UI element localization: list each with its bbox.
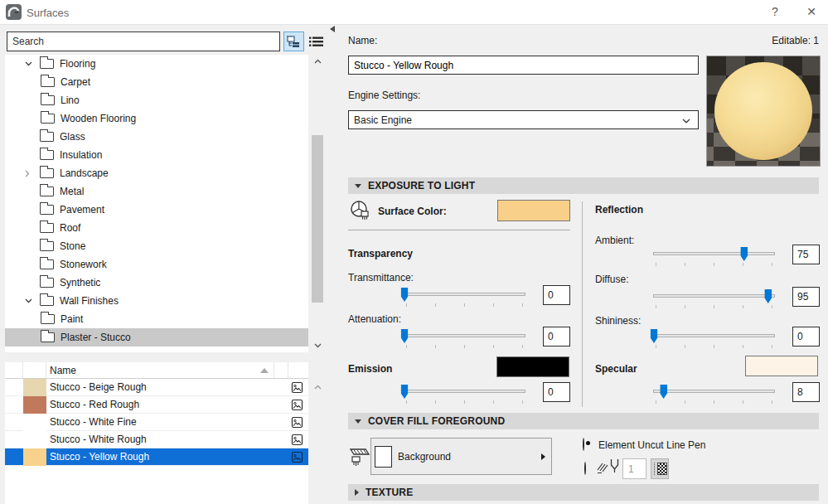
pen-nib-icon bbox=[609, 458, 620, 476]
texture-icon bbox=[291, 416, 303, 429]
tree-item-label: Paint bbox=[61, 313, 83, 325]
pen-set-button[interactable] bbox=[651, 458, 669, 479]
scroll-up-icon[interactable] bbox=[310, 380, 325, 394]
close-button[interactable]: ✕ bbox=[801, 5, 822, 20]
texture-icon bbox=[291, 451, 303, 463]
tree-item-label: Insulation bbox=[60, 149, 102, 161]
list-item[interactable]: Stucco - White Rough bbox=[5, 431, 308, 448]
slider-thumb[interactable] bbox=[740, 247, 748, 261]
tree-item-landscape[interactable]: Landscape bbox=[5, 164, 308, 182]
custom-pen-radio[interactable] bbox=[584, 462, 586, 475]
list-header[interactable]: Name bbox=[5, 362, 308, 379]
shininess-value[interactable] bbox=[792, 327, 820, 346]
folder-icon bbox=[41, 114, 55, 124]
pen-number-input[interactable] bbox=[622, 458, 646, 479]
attenuation-value[interactable] bbox=[543, 327, 570, 346]
ambient-value[interactable] bbox=[792, 245, 820, 264]
diffuse-slider[interactable] bbox=[653, 287, 775, 308]
surface-color-swatch[interactable] bbox=[497, 200, 570, 221]
surface-name-input[interactable] bbox=[348, 56, 699, 75]
tree-item-carpet[interactable]: Carpet bbox=[5, 73, 308, 91]
scroll-up-icon[interactable] bbox=[310, 55, 325, 68]
tree-item-synthetic[interactable]: Synthetic bbox=[5, 274, 308, 292]
shininess-control bbox=[653, 327, 820, 348]
surface-name: Stucco - White Rough bbox=[46, 434, 291, 445]
folder-icon bbox=[40, 59, 54, 69]
diffuse-value[interactable] bbox=[792, 287, 820, 307]
list-col-spacer bbox=[5, 362, 23, 378]
specular-slider[interactable] bbox=[653, 382, 775, 404]
tree-item-label: Stonework bbox=[60, 259, 107, 270]
tree-item-roof[interactable]: Roof bbox=[5, 219, 308, 237]
surface-name: Stucco - Yellow Rough bbox=[46, 451, 291, 463]
specular-color-swatch[interactable] bbox=[745, 356, 818, 376]
slider-thumb[interactable] bbox=[401, 288, 409, 302]
slider-thumb[interactable] bbox=[401, 385, 409, 399]
divider bbox=[582, 201, 583, 407]
specular-control bbox=[653, 382, 820, 404]
tree-item-metal[interactable]: Metal bbox=[5, 182, 308, 201]
tree-item-flooring[interactable]: Flooring bbox=[5, 55, 308, 73]
section-cover-fill-foreground[interactable]: COVER FILL FOREGROUND bbox=[348, 413, 819, 429]
panel-collapse-icon[interactable] bbox=[330, 26, 335, 32]
folder-icon bbox=[40, 241, 54, 251]
tree-item-label: Pavement bbox=[60, 204, 104, 216]
tree-item-insulation[interactable]: Insulation bbox=[5, 146, 308, 164]
shininess-slider[interactable] bbox=[653, 327, 775, 348]
engine-select[interactable]: Basic Engine bbox=[348, 110, 699, 129]
tree-item-pavement[interactable]: Pavement bbox=[5, 201, 308, 219]
help-button[interactable]: ? bbox=[764, 5, 786, 20]
emission-slider[interactable] bbox=[404, 382, 525, 404]
list-col-name[interactable]: Name bbox=[46, 362, 274, 378]
list-item[interactable]: Stucco - Beige Rough bbox=[5, 379, 308, 396]
slider-thumb[interactable] bbox=[660, 385, 667, 399]
section-label: TEXTURE bbox=[366, 487, 413, 498]
specular-value[interactable] bbox=[792, 382, 820, 402]
chevron-down-icon[interactable] bbox=[25, 61, 40, 66]
list-item[interactable]: Stucco - Red Rough bbox=[5, 396, 308, 414]
tree-item-wooden-flooring[interactable]: Wooden Flooring bbox=[5, 109, 308, 128]
list-item-selected[interactable]: Stucco - Yellow Rough bbox=[5, 448, 308, 466]
slider-thumb[interactable] bbox=[764, 289, 772, 303]
tree-item-glass[interactable]: Glass bbox=[5, 128, 308, 146]
section-texture[interactable]: TEXTURE bbox=[348, 484, 819, 501]
list-scrollbar[interactable] bbox=[310, 379, 325, 504]
folder-icon bbox=[40, 259, 54, 269]
chevron-down-icon[interactable] bbox=[25, 298, 40, 303]
color-swatch bbox=[23, 414, 46, 431]
transmittance-value[interactable] bbox=[543, 285, 570, 305]
chevron-right-icon[interactable] bbox=[25, 170, 40, 177]
ambient-slider[interactable] bbox=[653, 245, 775, 266]
tree-item-stonework[interactable]: Stonework bbox=[5, 255, 308, 274]
search-input[interactable] bbox=[7, 32, 280, 51]
reflection-label: Reflection bbox=[595, 204, 643, 216]
attenuation-slider[interactable] bbox=[404, 327, 525, 348]
transmittance-label: Transmittance: bbox=[348, 272, 414, 284]
emission-color-swatch[interactable] bbox=[496, 356, 569, 377]
tree-item-paint[interactable]: Paint bbox=[5, 310, 308, 328]
dotted-line-icon bbox=[654, 463, 655, 475]
scrollbar-thumb[interactable] bbox=[312, 135, 323, 303]
list-item[interactable]: Stucco - White Fine bbox=[5, 414, 308, 431]
divider bbox=[348, 230, 570, 230]
tree-scrollbar[interactable] bbox=[310, 55, 325, 352]
cover-fill-select[interactable]: Background bbox=[370, 438, 552, 475]
element-uncut-line-pen-radio[interactable] bbox=[583, 438, 584, 451]
specular-label: Specular bbox=[595, 363, 637, 375]
list-view-button[interactable] bbox=[306, 32, 327, 51]
tree-item-plaster-stucco[interactable]: Plaster - Stucco bbox=[5, 328, 308, 346]
tree-item-stone[interactable]: Stone bbox=[5, 237, 308, 255]
scroll-down-icon[interactable] bbox=[310, 339, 325, 352]
slider-thumb[interactable] bbox=[401, 329, 409, 343]
emission-value[interactable] bbox=[543, 382, 570, 402]
transmittance-slider[interactable] bbox=[404, 285, 525, 307]
tree-item-wall-finishes[interactable]: Wall Finishes bbox=[5, 292, 308, 310]
tree-item-lino[interactable]: Lino bbox=[5, 91, 308, 109]
list-header-label: Name bbox=[50, 365, 76, 376]
folder-icon bbox=[40, 223, 54, 233]
tree-view-button[interactable] bbox=[283, 32, 304, 51]
slider-thumb[interactable] bbox=[651, 329, 658, 343]
sort-ascending-icon[interactable] bbox=[260, 368, 269, 373]
folder-icon bbox=[40, 150, 54, 160]
section-exposure-to-light[interactable]: EXPOSURE TO LIGHT bbox=[348, 177, 819, 194]
